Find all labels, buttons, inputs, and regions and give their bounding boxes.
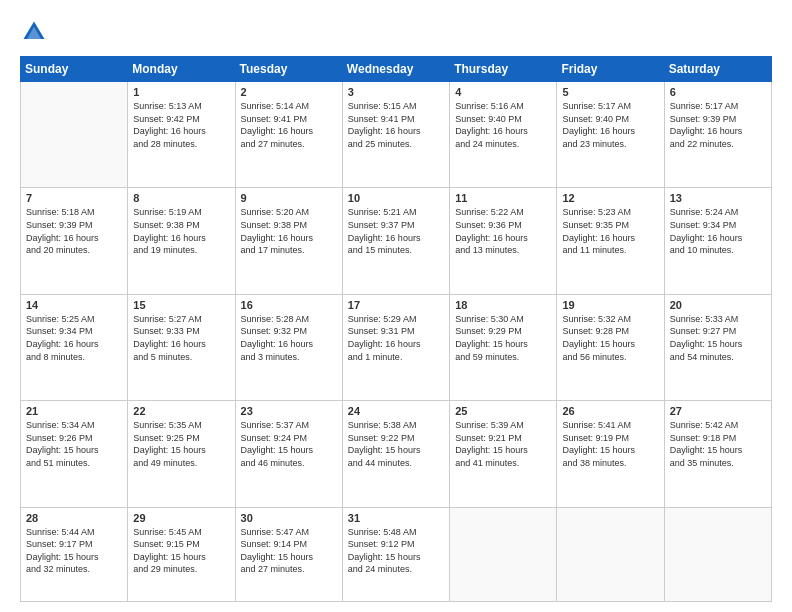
weekday-thursday: Thursday [450,57,557,82]
week-row-4: 21Sunrise: 5:34 AM Sunset: 9:26 PM Dayli… [21,401,772,507]
day-info: Sunrise: 5:19 AM Sunset: 9:38 PM Dayligh… [133,206,229,256]
calendar-cell: 6Sunrise: 5:17 AM Sunset: 9:39 PM Daylig… [664,82,771,188]
day-info: Sunrise: 5:18 AM Sunset: 9:39 PM Dayligh… [26,206,122,256]
calendar-cell: 22Sunrise: 5:35 AM Sunset: 9:25 PM Dayli… [128,401,235,507]
day-number: 12 [562,192,658,204]
calendar-cell [450,507,557,601]
day-number: 24 [348,405,444,417]
calendar-cell: 26Sunrise: 5:41 AM Sunset: 9:19 PM Dayli… [557,401,664,507]
day-number: 2 [241,86,337,98]
calendar-cell: 18Sunrise: 5:30 AM Sunset: 9:29 PM Dayli… [450,294,557,400]
logo-icon [20,18,48,46]
calendar-cell: 7Sunrise: 5:18 AM Sunset: 9:39 PM Daylig… [21,188,128,294]
week-row-2: 7Sunrise: 5:18 AM Sunset: 9:39 PM Daylig… [21,188,772,294]
day-number: 13 [670,192,766,204]
day-number: 4 [455,86,551,98]
day-number: 25 [455,405,551,417]
day-number: 29 [133,512,229,524]
day-info: Sunrise: 5:41 AM Sunset: 9:19 PM Dayligh… [562,419,658,469]
day-number: 18 [455,299,551,311]
day-info: Sunrise: 5:17 AM Sunset: 9:40 PM Dayligh… [562,100,658,150]
day-info: Sunrise: 5:20 AM Sunset: 9:38 PM Dayligh… [241,206,337,256]
day-number: 21 [26,405,122,417]
day-number: 15 [133,299,229,311]
calendar-cell: 12Sunrise: 5:23 AM Sunset: 9:35 PM Dayli… [557,188,664,294]
day-number: 14 [26,299,122,311]
day-info: Sunrise: 5:25 AM Sunset: 9:34 PM Dayligh… [26,313,122,363]
calendar-cell: 29Sunrise: 5:45 AM Sunset: 9:15 PM Dayli… [128,507,235,601]
day-number: 5 [562,86,658,98]
calendar-cell: 13Sunrise: 5:24 AM Sunset: 9:34 PM Dayli… [664,188,771,294]
calendar-cell: 20Sunrise: 5:33 AM Sunset: 9:27 PM Dayli… [664,294,771,400]
calendar-cell: 23Sunrise: 5:37 AM Sunset: 9:24 PM Dayli… [235,401,342,507]
day-info: Sunrise: 5:38 AM Sunset: 9:22 PM Dayligh… [348,419,444,469]
day-info: Sunrise: 5:48 AM Sunset: 9:12 PM Dayligh… [348,526,444,576]
day-number: 1 [133,86,229,98]
day-number: 31 [348,512,444,524]
day-info: Sunrise: 5:24 AM Sunset: 9:34 PM Dayligh… [670,206,766,256]
calendar-cell: 15Sunrise: 5:27 AM Sunset: 9:33 PM Dayli… [128,294,235,400]
day-info: Sunrise: 5:14 AM Sunset: 9:41 PM Dayligh… [241,100,337,150]
day-info: Sunrise: 5:27 AM Sunset: 9:33 PM Dayligh… [133,313,229,363]
weekday-friday: Friday [557,57,664,82]
day-number: 11 [455,192,551,204]
calendar-cell: 31Sunrise: 5:48 AM Sunset: 9:12 PM Dayli… [342,507,449,601]
calendar-cell: 2Sunrise: 5:14 AM Sunset: 9:41 PM Daylig… [235,82,342,188]
calendar-cell: 21Sunrise: 5:34 AM Sunset: 9:26 PM Dayli… [21,401,128,507]
calendar-cell: 5Sunrise: 5:17 AM Sunset: 9:40 PM Daylig… [557,82,664,188]
week-row-5: 28Sunrise: 5:44 AM Sunset: 9:17 PM Dayli… [21,507,772,601]
day-number: 9 [241,192,337,204]
day-info: Sunrise: 5:37 AM Sunset: 9:24 PM Dayligh… [241,419,337,469]
day-info: Sunrise: 5:35 AM Sunset: 9:25 PM Dayligh… [133,419,229,469]
weekday-tuesday: Tuesday [235,57,342,82]
day-info: Sunrise: 5:45 AM Sunset: 9:15 PM Dayligh… [133,526,229,576]
day-info: Sunrise: 5:42 AM Sunset: 9:18 PM Dayligh… [670,419,766,469]
page: SundayMondayTuesdayWednesdayThursdayFrid… [0,0,792,612]
calendar-table: SundayMondayTuesdayWednesdayThursdayFrid… [20,56,772,602]
weekday-wednesday: Wednesday [342,57,449,82]
day-number: 16 [241,299,337,311]
day-info: Sunrise: 5:17 AM Sunset: 9:39 PM Dayligh… [670,100,766,150]
calendar-cell: 4Sunrise: 5:16 AM Sunset: 9:40 PM Daylig… [450,82,557,188]
week-row-1: 1Sunrise: 5:13 AM Sunset: 9:42 PM Daylig… [21,82,772,188]
calendar-cell: 9Sunrise: 5:20 AM Sunset: 9:38 PM Daylig… [235,188,342,294]
day-info: Sunrise: 5:44 AM Sunset: 9:17 PM Dayligh… [26,526,122,576]
day-info: Sunrise: 5:23 AM Sunset: 9:35 PM Dayligh… [562,206,658,256]
calendar-cell [664,507,771,601]
day-number: 20 [670,299,766,311]
calendar-cell [557,507,664,601]
day-info: Sunrise: 5:47 AM Sunset: 9:14 PM Dayligh… [241,526,337,576]
day-number: 28 [26,512,122,524]
day-number: 7 [26,192,122,204]
day-info: Sunrise: 5:30 AM Sunset: 9:29 PM Dayligh… [455,313,551,363]
calendar-cell: 3Sunrise: 5:15 AM Sunset: 9:41 PM Daylig… [342,82,449,188]
day-number: 30 [241,512,337,524]
calendar-cell: 1Sunrise: 5:13 AM Sunset: 9:42 PM Daylig… [128,82,235,188]
calendar-cell: 11Sunrise: 5:22 AM Sunset: 9:36 PM Dayli… [450,188,557,294]
header [20,18,772,46]
weekday-saturday: Saturday [664,57,771,82]
calendar-cell: 30Sunrise: 5:47 AM Sunset: 9:14 PM Dayli… [235,507,342,601]
day-number: 22 [133,405,229,417]
day-number: 3 [348,86,444,98]
weekday-monday: Monday [128,57,235,82]
day-number: 23 [241,405,337,417]
calendar-cell: 16Sunrise: 5:28 AM Sunset: 9:32 PM Dayli… [235,294,342,400]
calendar-cell: 19Sunrise: 5:32 AM Sunset: 9:28 PM Dayli… [557,294,664,400]
calendar-cell: 10Sunrise: 5:21 AM Sunset: 9:37 PM Dayli… [342,188,449,294]
day-info: Sunrise: 5:34 AM Sunset: 9:26 PM Dayligh… [26,419,122,469]
day-info: Sunrise: 5:39 AM Sunset: 9:21 PM Dayligh… [455,419,551,469]
day-info: Sunrise: 5:22 AM Sunset: 9:36 PM Dayligh… [455,206,551,256]
logo [20,18,52,46]
day-number: 27 [670,405,766,417]
day-number: 19 [562,299,658,311]
calendar-cell: 24Sunrise: 5:38 AM Sunset: 9:22 PM Dayli… [342,401,449,507]
calendar-cell: 25Sunrise: 5:39 AM Sunset: 9:21 PM Dayli… [450,401,557,507]
calendar-cell: 17Sunrise: 5:29 AM Sunset: 9:31 PM Dayli… [342,294,449,400]
day-number: 26 [562,405,658,417]
week-row-3: 14Sunrise: 5:25 AM Sunset: 9:34 PM Dayli… [21,294,772,400]
day-info: Sunrise: 5:13 AM Sunset: 9:42 PM Dayligh… [133,100,229,150]
day-number: 10 [348,192,444,204]
day-info: Sunrise: 5:16 AM Sunset: 9:40 PM Dayligh… [455,100,551,150]
day-number: 17 [348,299,444,311]
